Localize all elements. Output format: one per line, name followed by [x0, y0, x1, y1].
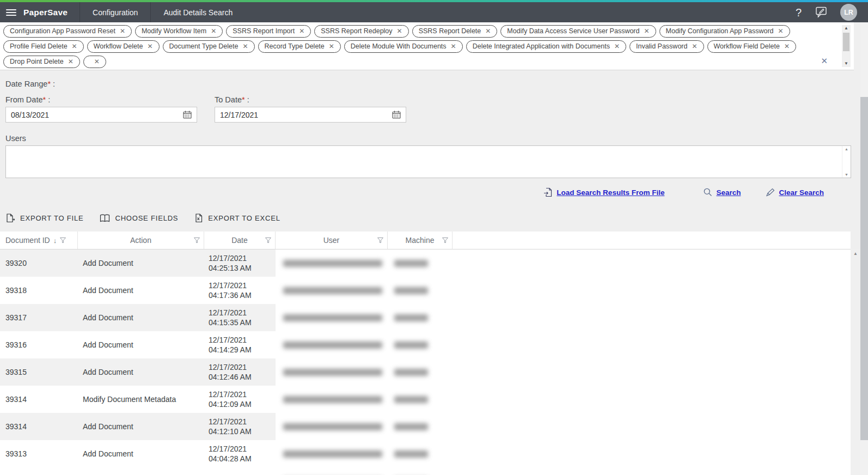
calendar-icon[interactable]: [392, 111, 401, 119]
column-header-user[interactable]: User: [276, 232, 388, 249]
filter-chip[interactable]: Profile Field Delete ✕: [3, 40, 84, 53]
feedback-icon[interactable]: [815, 7, 827, 18]
filter-funnel-icon[interactable]: [442, 238, 448, 243]
date-value: 12/17/2021: [209, 362, 252, 372]
grid-scrollbar[interactable]: ▲: [851, 249, 860, 475]
search-button[interactable]: Search: [704, 188, 741, 197]
clear-search-button[interactable]: Clear Search: [766, 188, 824, 197]
chip-remove-icon[interactable]: ✕: [397, 27, 402, 35]
chip-remove-icon[interactable]: ✕: [68, 58, 74, 65]
chip-remove-icon[interactable]: ✕: [614, 42, 620, 50]
column-header-machine[interactable]: Machine: [388, 232, 453, 249]
filter-chip[interactable]: Modify Workflow Item ✕: [135, 25, 223, 38]
filter-chip[interactable]: SSRS Report Redeploy ✕: [314, 25, 408, 38]
export-to-file-button[interactable]: EXPORT TO FILE: [5, 214, 83, 223]
help-icon[interactable]: ?: [796, 7, 802, 18]
filter-chip[interactable]: SSRS Report Delete ✕: [412, 25, 498, 38]
export-to-excel-button[interactable]: EXPORT TO EXCEL: [194, 214, 280, 223]
export-file-icon: [5, 214, 15, 223]
chip-remove-icon[interactable]: ✕: [329, 42, 334, 50]
chips-container: Configuration App Password Reset ✕ Modif…: [3, 25, 819, 68]
chip-remove-icon[interactable]: ✕: [485, 27, 491, 35]
calendar-icon[interactable]: [183, 111, 192, 119]
table-row[interactable]: 39314 Modify Document Metadata 12/17/202…: [0, 386, 453, 413]
document-id-cell: 39313: [0, 440, 78, 467]
column-header-date[interactable]: Date: [204, 232, 276, 249]
users-multiselect[interactable]: ▲ ▼: [5, 145, 851, 178]
table-row[interactable]: 39314 Add Document 12/17/2021 04:12:10 A…: [0, 413, 453, 440]
page-scrollbar-thumb[interactable]: [860, 97, 868, 440]
filter-chip-label: Document Type Delete: [169, 42, 239, 50]
from-date-input[interactable]: [11, 111, 183, 119]
hamburger-menu-icon[interactable]: [6, 9, 16, 16]
machine-cell: [388, 440, 453, 467]
chip-remove-icon[interactable]: ✕: [72, 42, 77, 50]
filter-chip[interactable]: SSRS Report Import ✕: [226, 25, 311, 38]
filter-chip[interactable]: Workflow Field Delete ✕: [707, 40, 796, 53]
page-scrollbar[interactable]: [860, 22, 868, 475]
filter-chip[interactable]: Delete Integrated Application with Docum…: [466, 40, 626, 53]
chip-remove-icon[interactable]: ✕: [147, 42, 152, 50]
tab-configuration[interactable]: Configuration: [80, 2, 150, 22]
column-header-document-id[interactable]: Document ID ↓: [0, 232, 78, 249]
filter-chip[interactable]: Workflow Delete ✕: [87, 40, 160, 53]
filter-chip[interactable]: Modify Data Access Service User Password…: [500, 25, 656, 38]
chip-remove-icon[interactable]: ✕: [451, 42, 456, 50]
scroll-down-icon[interactable]: ▼: [845, 173, 848, 176]
load-search-results-button[interactable]: Load Search Results From File: [543, 187, 664, 197]
tab-audit-details-search[interactable]: Audit Details Search: [150, 2, 245, 22]
table-row[interactable]: 39317 Add Document 12/17/2021 04:15:35 A…: [0, 304, 453, 331]
scroll-down-icon[interactable]: ▼: [844, 60, 848, 67]
chip-remove-icon[interactable]: ✕: [120, 27, 125, 35]
chip-remove-icon[interactable]: ✕: [299, 27, 304, 35]
users-scrollbar[interactable]: ▲ ▼: [842, 146, 851, 178]
table-row[interactable]: 39320 Add Document 12/17/2021 04:25:13 A…: [0, 249, 453, 277]
table-row[interactable]: 39318 Add Document 12/17/2021 04:17:36 A…: [0, 277, 453, 304]
chip-remove-icon[interactable]: ✕: [778, 27, 784, 35]
filter-chip[interactable]: Configuration App Password Reset ✕: [3, 25, 132, 38]
scroll-up-icon[interactable]: ▲: [845, 147, 848, 151]
filter-funnel-icon[interactable]: [194, 238, 200, 243]
scroll-up-icon[interactable]: ▲: [851, 249, 860, 258]
chip-remove-icon[interactable]: ✕: [692, 42, 697, 50]
chip-remove-icon[interactable]: ✕: [94, 58, 100, 65]
choose-fields-button[interactable]: CHOOSE FIELDS: [100, 214, 178, 222]
filter-funnel-icon[interactable]: [377, 238, 383, 243]
filter-chip[interactable]: Record Type Delete ✕: [258, 40, 341, 53]
filter-chip[interactable]: Modify Configuration App Password ✕: [659, 25, 790, 38]
from-date-label: From Date* :: [5, 95, 50, 104]
clear-search-link[interactable]: Clear Search: [779, 188, 824, 197]
filter-chip[interactable]: Delete Module With Documents ✕: [344, 40, 463, 53]
scrollbar-thumb[interactable]: [843, 33, 849, 51]
sort-descending-icon[interactable]: ↓: [53, 236, 57, 245]
table-row[interactable]: [0, 467, 453, 475]
search-link[interactable]: Search: [716, 188, 741, 197]
selected-actions-panel[interactable]: Configuration App Password Reset ✕ Modif…: [0, 22, 854, 70]
clear-all-chips-icon[interactable]: ✕: [821, 56, 828, 66]
action-cell: Add Document: [78, 304, 204, 331]
filter-chip[interactable]: Invalid Password ✕: [629, 40, 704, 53]
chips-scrollbar[interactable]: ▲ ▼: [842, 25, 851, 67]
user-cell: [276, 467, 388, 475]
column-header-action[interactable]: Action: [78, 232, 204, 249]
filter-chip[interactable]: ✕: [83, 56, 106, 68]
table-row[interactable]: 39313 Add Document 12/17/2021 04:04:28 A…: [0, 440, 453, 467]
filter-funnel-icon[interactable]: [265, 238, 271, 243]
chip-remove-icon[interactable]: ✕: [784, 42, 790, 50]
chip-remove-icon[interactable]: ✕: [644, 27, 649, 35]
scroll-up-icon[interactable]: ▲: [844, 25, 848, 32]
date-value: 12/17/2021: [209, 253, 252, 263]
chip-remove-icon[interactable]: ✕: [211, 27, 216, 35]
to-date-input[interactable]: [220, 111, 392, 119]
chip-remove-icon[interactable]: ✕: [242, 42, 248, 50]
user-avatar[interactable]: LR: [840, 4, 857, 21]
action-cell: Add Document: [78, 413, 204, 440]
table-row[interactable]: 39316 Add Document 12/17/2021 04:14:29 A…: [0, 331, 453, 358]
load-search-results-link[interactable]: Load Search Results From File: [557, 188, 664, 197]
date-value: 12/17/2021: [209, 417, 252, 427]
filter-chip[interactable]: Document Type Delete ✕: [163, 40, 255, 53]
document-id-cell: [0, 467, 78, 475]
table-row[interactable]: 39315 Add Document 12/17/2021 04:12:46 A…: [0, 358, 453, 386]
filter-funnel-icon[interactable]: [60, 238, 66, 243]
filter-chip[interactable]: Drop Point Delete ✕: [3, 56, 80, 68]
